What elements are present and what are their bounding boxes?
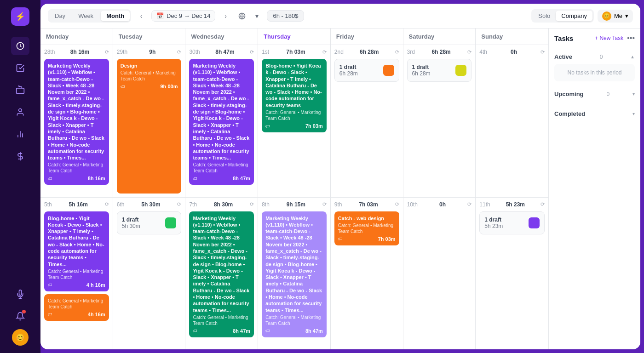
day-cell-28: 28th 8h 16m ⟳ Marketing Weekly (v1.110) …	[40, 45, 113, 197]
completed-section-header[interactable]: Completed ▾	[554, 107, 635, 121]
tab-month[interactable]: Month	[101, 11, 130, 21]
day-7-header: 7th 8h 30m ⟳	[189, 201, 254, 208]
day-6-sync[interactable]: ⟳	[177, 201, 181, 207]
event-footer-7: 🏷 8h 47m	[193, 328, 250, 334]
day-3-sync[interactable]: ⟳	[467, 49, 472, 55]
solo-button[interactable]: Solo	[533, 11, 556, 21]
day-6-hours: 5h 30m	[141, 201, 160, 208]
event-card-marketing-28[interactable]: Marketing Weekly (v1.110) • Webflow • te…	[44, 59, 109, 185]
upcoming-section-header[interactable]: Upcoming 0 ▾	[554, 87, 635, 101]
sidebar-item-people[interactable]	[11, 103, 29, 121]
calendar-row-2: 5th 5h 16m ⟳ Blog-home • Yigit Kocak - D…	[40, 198, 548, 350]
day-30-header: 30th 8h 47m ⟳	[189, 49, 254, 55]
event-card-catch-5[interactable]: Catch: General • Marketing Team Catch 🏷 …	[44, 294, 109, 321]
day-30-sync[interactable]: ⟳	[250, 49, 254, 55]
day-4-sync[interactable]: ⟳	[540, 49, 545, 55]
draft-color-11	[529, 217, 540, 228]
completed-title: Completed	[554, 110, 585, 117]
event-card-marketing-30[interactable]: Marketing Weekly (v1.110) • Webflow • te…	[189, 59, 254, 185]
draft-card-6[interactable]: 1 draft 5h 30m	[117, 211, 182, 234]
event-card-webdesign-9[interactable]: Catch - web design Catch: General • Mark…	[334, 211, 399, 245]
day-header-thursday: Thursday	[258, 28, 331, 45]
draft-info-3: 1 draft 6h 28m	[412, 64, 431, 77]
draft-label-11: 1 draft	[484, 216, 503, 223]
me-dropdown[interactable]: 😊 Me ▾	[598, 10, 633, 23]
day-10-num: 10th	[407, 201, 418, 208]
day-cell-9: 9th 7h 03m ⟳ Catch - web design Catch: G…	[331, 198, 403, 350]
globe-button[interactable]	[236, 10, 248, 23]
event-time-1: 7h 03m	[305, 123, 323, 129]
event-time-30: 8h 47m	[233, 176, 250, 181]
calendar-rows: 28th 8h 16m ⟳ Marketing Weekly (v1.110) …	[40, 45, 548, 349]
day-10-sync[interactable]: ⟳	[467, 201, 472, 207]
active-count: 0	[600, 54, 603, 60]
tab-week[interactable]: Week	[73, 11, 99, 21]
day-cell-10: 10th 0h ⟳	[403, 198, 476, 350]
day-30-hours: 8h 47m	[215, 49, 234, 55]
day-9-sync[interactable]: ⟳	[395, 201, 399, 207]
sidebar-item-tasks[interactable]	[11, 59, 29, 77]
day-7-sync[interactable]: ⟳	[250, 201, 254, 207]
event-card-design-29[interactable]: Design Catch: General • Marketing Team C…	[117, 59, 182, 194]
day-header-sunday: Sunday	[476, 28, 548, 45]
day-6-header: 6th 5h 30m ⟳	[117, 201, 182, 208]
event-card-bloghome-1[interactable]: Blog-home • Yigit Koca k - Dewo - Slack …	[262, 59, 327, 132]
svg-rect-1	[17, 88, 24, 94]
active-chevron-icon: ▲	[630, 54, 635, 59]
active-section-header[interactable]: Active 0 ▲	[554, 50, 635, 64]
event-sub-blog-5: Catch: General • Marketing Team Catch	[48, 268, 105, 280]
upcoming-count: 0	[606, 91, 610, 97]
calendar-icon-small: 📅	[156, 12, 164, 19]
logo-icon[interactable]: ⚡	[11, 7, 29, 26]
next-nav-button[interactable]: ›	[219, 10, 232, 23]
event-footer-8: 🏷 8h 47m	[265, 328, 323, 334]
draft-card-3[interactable]: 1 draft 6h 28m	[407, 59, 472, 82]
dropdown-button[interactable]: ▾	[250, 10, 263, 23]
sidebar-item-projects[interactable]	[11, 81, 29, 99]
event-footer-design: 🏷 9h 00m	[121, 84, 178, 89]
day-8-header: 8th 9h 15m ⟳	[262, 201, 327, 208]
tab-day[interactable]: Day	[49, 11, 71, 21]
sidebar-item-mic[interactable]	[11, 285, 29, 303]
event-title-7: Marketing Weekly (v1.110) • Webflow • te…	[193, 215, 250, 313]
day-30-num: 30th	[189, 49, 200, 55]
tasks-panel: Tasks + New Task ••• Active 0 ▲ No tasks…	[548, 28, 640, 349]
day-3-hours: 6h 28m	[431, 49, 450, 55]
sidebar-item-reports[interactable]	[11, 125, 29, 143]
event-card-blog-5[interactable]: Blog-home • Yigit Kocak - Dewo - Slack •…	[44, 211, 109, 291]
event-time-blog-5: 4 h 16m	[86, 282, 105, 288]
event-card-marketing-7[interactable]: Marketing Weekly (v1.110) • Webflow • te…	[189, 211, 254, 337]
day-29-num: 29th	[117, 49, 127, 55]
day-2-header: 2nd 6h 28m ⟳	[334, 49, 399, 55]
day-29-sync[interactable]: ⟳	[177, 49, 181, 55]
day-2-sync[interactable]: ⟳	[395, 49, 399, 55]
day-11-sync[interactable]: ⟳	[540, 201, 545, 207]
event-card-marketing-8[interactable]: Marketing Weekly (v1.110) • Webflow • te…	[262, 211, 327, 337]
day-7-hours: 8h 30m	[214, 201, 233, 208]
event-time-catch-5: 4h 16m	[88, 312, 105, 317]
time-badge[interactable]: 6h - 180$	[267, 10, 304, 22]
day-28-sync[interactable]: ⟳	[105, 49, 109, 55]
company-button[interactable]: Company	[556, 11, 592, 21]
notification-bell[interactable]	[11, 307, 29, 325]
new-task-button[interactable]: + New Task	[595, 35, 623, 41]
avatar[interactable]: 😊	[12, 329, 29, 346]
sidebar-item-billing[interactable]	[11, 147, 29, 165]
event-time-8: 8h 47m	[305, 328, 323, 334]
day-cell-4: 4th 0h ⟳	[476, 45, 548, 197]
date-range[interactable]: 📅 Dec 9 → Dec 14	[151, 10, 215, 22]
sidebar-item-time[interactable]	[11, 37, 29, 55]
day-cell-11: 11th 5h 23m ⟳ 1 draft 5h 23m	[476, 198, 548, 350]
day-8-sync[interactable]: ⟳	[322, 201, 327, 207]
event-sub-8: Catch: General • Marketing Team Catch	[265, 314, 323, 326]
day-11-num: 11th	[479, 201, 490, 208]
event-sub-1: Catch: General • Marketing Team Catch	[265, 109, 323, 121]
day-5-sync[interactable]: ⟳	[105, 201, 109, 207]
day-1-sync[interactable]: ⟳	[322, 49, 327, 55]
draft-card-2[interactable]: 1 draft 6h 28m	[334, 59, 399, 82]
prev-nav-button[interactable]: ‹	[135, 10, 148, 23]
draft-card-11[interactable]: 1 draft 5h 23m	[479, 211, 545, 234]
day-8-hours: 9h 15m	[287, 201, 305, 208]
day-header-tuesday: Tuesday	[113, 28, 186, 45]
tasks-more-icon[interactable]: •••	[627, 34, 635, 42]
